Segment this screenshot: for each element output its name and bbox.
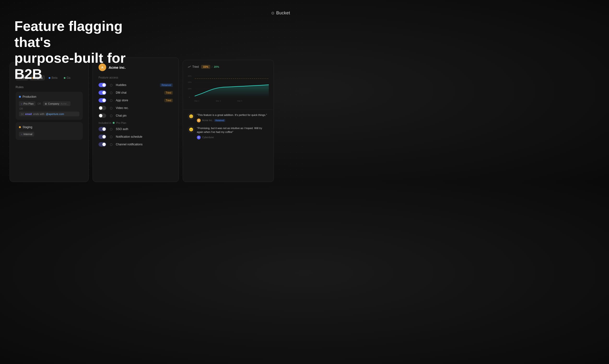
feedback-company-avatar-2: C [197,136,201,139]
or-label-2: OR [19,107,79,110]
plan-icon: ○ [21,103,22,105]
feedback-emoji-2: 😐 [188,126,194,133]
or-connector: OR [37,103,41,105]
stat-green: 20% [214,65,219,68]
hero-line2: purpose-built for B2B [14,50,126,82]
channel-toggle[interactable] [98,142,106,147]
feature-row-sso: ⬡ SSO auth [98,127,173,131]
company-tag: ⊞ Company Acme... [43,101,70,106]
appstore-toggle[interactable] [98,98,106,103]
logo-container: ⊙ Bucket [271,11,290,15]
feedback-content-1: "This feature is a great addition. It's … [197,113,267,122]
svg-text:0: 0 [189,96,190,98]
pro-plan-dot [113,122,115,124]
sso-toggle[interactable] [98,127,106,131]
dmchat-toggle[interactable] [98,91,106,95]
pro-plan-tag: ○ Pro Plan [19,101,36,106]
feedback-text-1: "This feature is a great addition. It's … [197,113,267,117]
feedback-company-avatar-1: A [197,118,201,122]
feedback-content-2: "Promising, but it was not as intuitive … [197,126,269,139]
staging-label: Staging [23,126,32,129]
feature-row-notification: ⬡ Notification schedule [98,134,173,139]
feedback-text-2: "Promising, but it was not as intuitive … [197,126,269,134]
feedback-emoji-1: 😊 [188,113,194,120]
staging-rule-group: Staging ○ Internal [15,122,83,140]
stat-badges: 15% / 20% [201,65,219,69]
feature-row-channel: ⬡ Channel notifications [98,142,173,147]
notification-toggle[interactable] [98,135,106,139]
appstore-badge: Tried [164,99,173,102]
videorec-toggle[interactable] [98,106,106,110]
chatpin-toggle[interactable] [98,114,106,118]
email-condition: ends with [33,113,44,116]
feedback-item-2: 😐 "Promising, but it was not as intuitiv… [188,126,269,139]
feature-row-appstore: ⬡ App store Tried [98,98,173,103]
channel-name: Channel notifications [116,143,173,146]
internal-tag: ○ Internal [19,132,34,136]
plan-label: Pro Plan [24,102,34,105]
feature-row-chatpin: ⬡ Chat pin [98,113,173,118]
hero-section: Feature flagging that's purpose-built fo… [14,18,144,82]
company-icon: ⊞ [45,103,47,105]
feedback-divider [183,109,274,110]
email-rule-row: {v} email ends with @aperture.com [19,112,79,116]
included-header: Included in Pro Plan [98,121,173,124]
staging-dot [19,126,21,128]
sso-name: SSO auth [116,127,173,131]
production-title: Production [19,95,79,98]
appstore-name: App store [116,99,162,102]
feature-row-huddles: ⬡ Huddles Retained [98,83,173,87]
feedback-meta-1: A Acme Inc. Retained [197,118,267,122]
chart-area: 20% 15% 10% 0 Mar 1 Mar 3 Mar 5 [188,72,269,106]
feedback-company-1: Acme Inc. [202,119,213,122]
hero-title: Feature flagging that's purpose-built fo… [14,18,144,82]
production-dot [19,96,21,98]
videorec-name: Video rec. [116,106,173,110]
company-value: Acme... [60,103,69,105]
notification-icon: ⬡ [109,134,113,139]
staging-rule-row: ○ Internal [19,132,79,136]
staging-title: Staging [19,126,79,129]
stat-orange: 15% [201,65,210,69]
appstore-icon: ⬡ [109,98,113,103]
chart-svg: 20% 15% 10% 0 Mar 1 Mar 3 Mar 5 [188,72,269,106]
dmchat-icon: ⬡ [109,90,113,95]
chart-header: Tried 15% / 20% [188,65,269,69]
huddles-name: Huddles [116,83,157,87]
chart-feedback-card: Tried 15% / 20% [183,60,274,182]
var-icon: {v} [21,113,24,116]
svg-text:15%: 15% [188,81,192,83]
huddles-icon: ⬡ [109,83,113,87]
logo-text: Bucket [276,11,290,15]
huddles-toggle[interactable] [98,83,106,87]
tried-label: Tried [192,65,199,68]
production-rule-group: Production ○ Pro Plan OR ⊞ Company Acme.… [15,92,83,120]
email-keyword: email [25,113,32,116]
feature-row-videorec: ⬡ Video rec. [98,106,173,110]
sso-icon: ⬡ [109,127,113,131]
dmchat-name: DM chat [116,91,162,94]
email-value: @aperture.com [46,113,64,116]
tried-label-container: Tried [188,65,199,68]
chatpin-icon: ⬡ [109,113,113,118]
internal-icon: ○ [21,133,22,136]
production-rule-row: ○ Pro Plan OR ⊞ Company Acme... [19,101,79,106]
dmchat-badge: Tried [164,91,173,95]
channel-icon: ⬡ [109,142,113,147]
huddles-badge: Retained [160,83,173,87]
feedback-item-1: 😊 "This feature is a great addition. It'… [188,113,269,122]
videorec-icon: ⬡ [109,106,113,110]
rules-label: Rules [15,85,83,89]
company-tag-label: Company [48,102,59,105]
feedback-meta-2: C Cyberdune [197,136,269,139]
svg-text:Mar 5: Mar 5 [237,100,242,102]
production-label: Production [23,95,36,98]
included-label: Included in [98,121,111,124]
bucket-icon: ⊙ [271,11,274,15]
internal-label: Internal [24,133,32,136]
chatpin-name: Chat pin [116,114,173,117]
feedback-badge-1: Retained [214,119,225,122]
pro-plan-label: Pro Plan [116,121,126,124]
chart-line-icon [188,65,191,68]
svg-text:Mar 3: Mar 3 [216,100,221,102]
